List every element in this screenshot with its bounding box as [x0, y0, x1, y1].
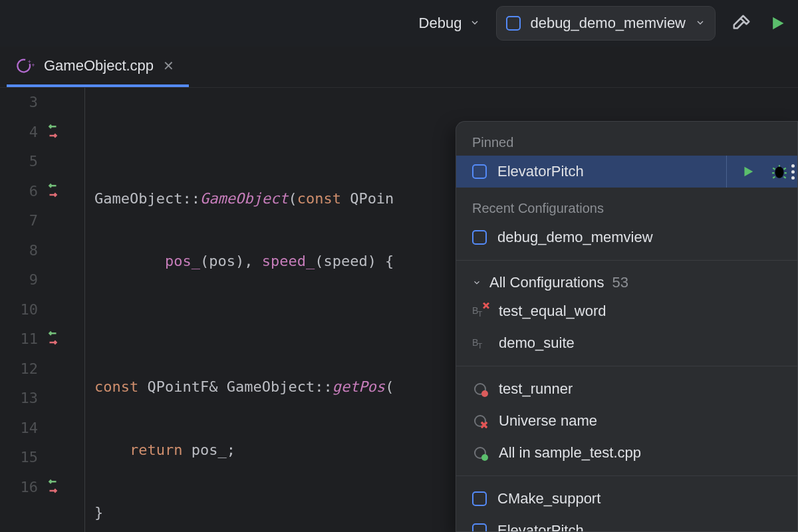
config-item[interactable]: ElevatorPitch	[456, 515, 797, 532]
code-token: QPointF& GameObject::	[138, 378, 332, 395]
config-label: test_equal_word	[499, 303, 788, 320]
code-token: speed_	[262, 253, 315, 269]
divider	[456, 366, 797, 366]
line-number: 7	[0, 206, 84, 236]
svg-point-3	[775, 166, 784, 178]
chevron-down-icon	[472, 274, 481, 291]
gtest-icon	[472, 381, 488, 397]
config-label: demo_suite	[499, 334, 788, 352]
line-number: 13	[0, 384, 84, 414]
tab-gameobject-cpp[interactable]: ++ GameObject.cpp ✕	[7, 47, 189, 87]
svg-text:+: +	[28, 59, 31, 65]
code-token: (	[385, 378, 394, 395]
gtest-icon	[472, 445, 488, 461]
line-number: 5	[0, 147, 84, 177]
all-configurations-count: 53	[612, 274, 628, 291]
config-label: debug_demo_memview	[497, 229, 788, 246]
code-token: ::	[182, 190, 200, 207]
config-item[interactable]: CMake_support	[456, 483, 797, 515]
line-number: 8	[0, 236, 84, 266]
line-number: 3	[0, 88, 84, 118]
divider	[456, 475, 797, 476]
build-mode-label: Debug	[419, 15, 462, 32]
config-item[interactable]: All in sample_test.cpp	[456, 437, 797, 469]
build-mode-dropdown[interactable]: Debug	[419, 15, 481, 32]
config-label: Universe name	[499, 412, 788, 430]
app-icon	[472, 164, 487, 179]
more-actions-button[interactable]	[791, 164, 795, 180]
boost-test-icon: BT	[472, 337, 488, 350]
chevron-down-icon	[469, 15, 480, 32]
run-config-label: debug_demo_memview	[530, 15, 686, 32]
line-number: 16	[0, 473, 84, 503]
code-token: const	[297, 190, 341, 207]
code-token: (	[288, 190, 297, 207]
line-number: 15	[0, 443, 84, 473]
config-item[interactable]: BTdemo_suite	[456, 327, 797, 359]
config-label: test_runner	[499, 380, 788, 398]
code-token: GameObject	[200, 190, 288, 207]
app-icon	[472, 230, 487, 245]
config-item[interactable]: test_runner	[456, 373, 797, 405]
config-label: All in sample_test.cpp	[499, 444, 788, 462]
pinned-config[interactable]: ElevatorPitch	[456, 156, 797, 188]
app-icon	[472, 491, 487, 506]
code-token: pos_	[94, 253, 200, 269]
code-token: const	[94, 378, 138, 395]
app-icon	[472, 523, 487, 532]
config-label: ElevatorPitch	[497, 522, 788, 532]
all-configurations-group[interactable]: All Configurations 53	[456, 267, 797, 295]
run-config-dropdown[interactable]: debug_demo_memview	[496, 6, 716, 41]
code-token: GameObject	[94, 190, 182, 207]
code-token: pos_;	[182, 442, 235, 458]
line-number: 9	[0, 265, 84, 295]
chevron-down-icon	[695, 15, 706, 32]
divider	[456, 260, 797, 261]
run-button[interactable]	[767, 14, 786, 33]
editor-tabs: ++ GameObject.cpp ✕	[0, 47, 798, 88]
recent-config[interactable]: debug_demo_memview	[456, 221, 797, 253]
boost-test-error-icon: BT	[472, 305, 488, 318]
config-item[interactable]: BTtest_equal_word	[456, 295, 797, 327]
code-token: (speed) {	[315, 253, 394, 269]
code-token: return	[130, 442, 182, 458]
line-number: 4	[0, 118, 84, 148]
gtest-error-icon	[472, 413, 488, 429]
pinned-section-label: Pinned	[456, 122, 797, 156]
vcs-change-marker	[45, 123, 65, 142]
run-configurations-panel: Pinned ElevatorPitch Recent Configuratio…	[456, 121, 798, 532]
tab-filename: GameObject.cpp	[44, 57, 154, 74]
vcs-change-marker	[45, 182, 65, 201]
all-configurations-label: All Configurations	[489, 274, 604, 291]
line-number: 12	[0, 354, 84, 384]
run-button[interactable]	[740, 164, 755, 179]
vcs-change-marker	[45, 478, 65, 497]
vcs-change-marker	[45, 330, 65, 348]
build-button[interactable]	[732, 13, 751, 33]
line-number-gutter: 345678910111213141516	[0, 88, 85, 532]
line-number: 11	[0, 325, 84, 354]
config-label: ElevatorPitch	[497, 163, 716, 180]
config-label: CMake_support	[497, 490, 788, 507]
code-token: QPoin	[341, 190, 394, 207]
line-number: 6	[0, 177, 84, 207]
row-actions	[726, 156, 788, 188]
editor-area: 345678910111213141516 GameObject::GameOb…	[0, 88, 798, 532]
toolbar: Debug debug_demo_memview	[0, 0, 798, 47]
code-token	[94, 442, 130, 458]
line-number: 14	[0, 414, 84, 444]
debug-button[interactable]	[771, 163, 788, 180]
code-token: getPos	[332, 378, 385, 395]
line-number: 10	[0, 295, 84, 325]
code-token: (pos),	[200, 253, 262, 269]
svg-text:+: +	[31, 62, 35, 68]
app-icon	[506, 16, 521, 31]
recent-section-label: Recent Configurations	[456, 188, 797, 221]
config-item[interactable]: Universe name	[456, 405, 797, 437]
close-tab-button[interactable]: ✕	[163, 58, 174, 74]
code-token: }	[94, 504, 103, 521]
cpp-file-icon: ++	[16, 57, 35, 75]
